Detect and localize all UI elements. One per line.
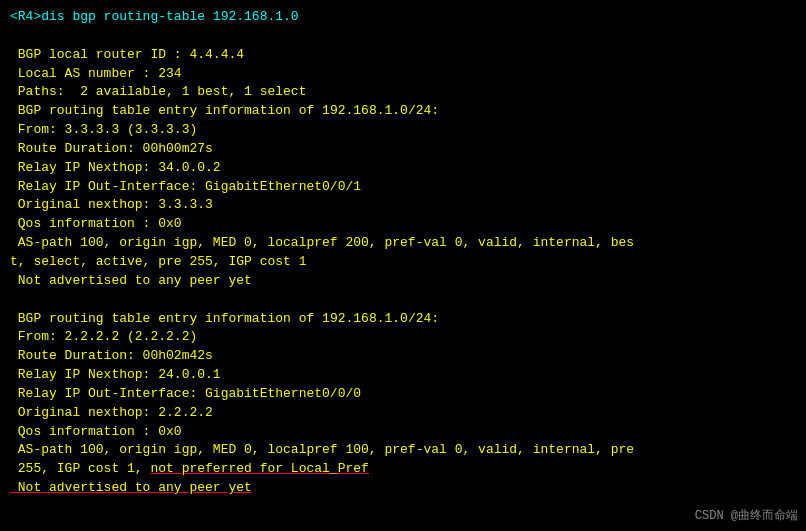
route-duration-1: Route Duration: 00h00m27s [10, 140, 796, 159]
original-nexthop-2: Original nexthop: 2.2.2.2 [10, 404, 796, 423]
as-path-line-1b: t, select, active, pre 255, IGP cost 1 [10, 253, 796, 272]
relay-nexthop-1: Relay IP Nexthop: 34.0.0.2 [10, 159, 796, 178]
blank-line-2 [10, 291, 796, 310]
not-advertised-2: Not advertised to any peer yet [10, 479, 796, 498]
qos-info-1: Qos information : 0x0 [10, 215, 796, 234]
paths-line: Paths: 2 available, 1 best, 1 select [10, 83, 796, 102]
from-line-1: From: 3.3.3.3 (3.3.3.3) [10, 121, 796, 140]
as-path-line-2a: AS-path 100, origin igp, MED 0, localpre… [10, 441, 796, 460]
as-path-line-2b: 255, IGP cost 1, not preferred for Local… [10, 460, 796, 479]
not-advertised-1: Not advertised to any peer yet [10, 272, 796, 291]
route-duration-2: Route Duration: 00h02m42s [10, 347, 796, 366]
relay-out-interface-1: Relay IP Out-Interface: GigabitEthernet0… [10, 178, 796, 197]
entry-info-line-2: BGP routing table entry information of 1… [10, 310, 796, 329]
as-path-line-1a: AS-path 100, origin igp, MED 0, localpre… [10, 234, 796, 253]
from-line-2: From: 2.2.2.2 (2.2.2.2) [10, 328, 796, 347]
as-number-line: Local AS number : 234 [10, 65, 796, 84]
relay-out-interface-2: Relay IP Out-Interface: GigabitEthernet0… [10, 385, 796, 404]
terminal-window: <R4>dis bgp routing-table 192.168.1.0 BG… [0, 0, 806, 531]
blank-line-1 [10, 27, 796, 46]
original-nexthop-1: Original nexthop: 3.3.3.3 [10, 196, 796, 215]
watermark: CSDN @曲终而命端 [695, 508, 798, 525]
relay-nexthop-2: Relay IP Nexthop: 24.0.0.1 [10, 366, 796, 385]
qos-info-2: Qos information : 0x0 [10, 423, 796, 442]
router-id-line: BGP local router ID : 4.4.4.4 [10, 46, 796, 65]
command-line: <R4>dis bgp routing-table 192.168.1.0 [10, 8, 796, 27]
entry-info-line-1: BGP routing table entry information of 1… [10, 102, 796, 121]
